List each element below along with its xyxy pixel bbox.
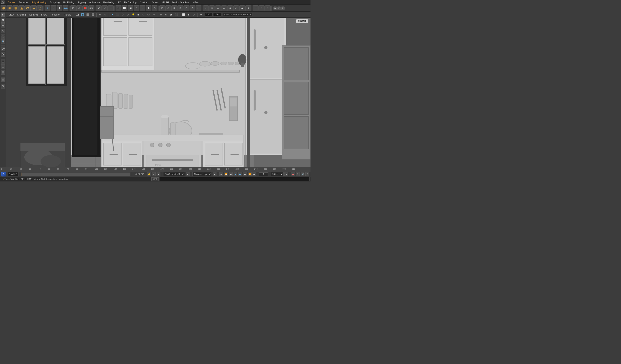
timeline-ruler[interactable]: 0102030405060708090100110120130140150160… [0,167,310,172]
menu-item-motion-graphics[interactable]: Motion Graphics [171,1,191,4]
camera-gamma-field[interactable] [213,13,221,17]
sphere-tool-btn[interactable] [1,5,6,11]
viewport[interactable]: View Shading Lighting Show Renderer Pane… [6,12,310,167]
current-frame-field[interactable] [259,172,268,176]
menu-item-xgen[interactable]: XGen [191,1,201,4]
vert-btn[interactable]: ◦ [140,5,145,11]
select-mode-btn[interactable]: W [274,6,277,10]
box2-btn[interactable]: □ [209,5,215,11]
menu-item-rigging[interactable]: Rigging [76,1,87,4]
menu-item-rendering[interactable]: Rendering [102,1,116,4]
smooth-btn[interactable]: ⊠ [172,5,177,11]
character-set-selector[interactable]: No Character Set [163,172,185,176]
text-tool-btn[interactable]: T [57,5,62,11]
menu-item-fx-caching[interactable]: FX Caching [122,1,138,4]
cube-tool-btn[interactable] [7,5,13,11]
gem-btn[interactable]: ◇ [215,5,221,11]
edge-btn[interactable]: ⬡ [134,5,139,11]
snap-tool-btn[interactable]: ⊕ [76,5,82,11]
grid-tool-btn[interactable]: ⊞ [70,5,76,11]
torus-tool-btn[interactable] [25,5,31,11]
fps-options-btn[interactable]: ▼ [284,172,288,176]
uvmap-btn[interactable]: ⬢ [146,5,151,11]
vp-hud-icon[interactable]: ⊡ [103,13,107,17]
uv-btn[interactable]: UV [1,47,5,51]
multi-select-btn[interactable]: ⬛ [116,5,121,11]
go-start-btn[interactable]: ⏮ [219,172,223,176]
vp-menu-view[interactable]: View [7,13,15,17]
step-back-btn[interactable]: ◀ [229,172,233,176]
play-back-btn[interactable]: ◀ [234,172,237,176]
vp-menu-shading[interactable]: Shading [16,13,27,17]
cone-tool-btn[interactable] [19,5,25,11]
scale-btn[interactable] [1,34,5,39]
diamond-btn[interactable]: ◈ [221,5,227,11]
boolean-btn[interactable]: ⊕ [165,5,171,11]
plane-tool-btn[interactable] [31,5,37,11]
fps-selector[interactable]: 24 fps [271,172,284,176]
go-end-btn[interactable]: ⏭ [253,172,256,176]
menu-item-fx[interactable]: FX [116,1,122,4]
vp-comp-mask[interactable]: ⬢ [187,13,191,17]
autokey-btn[interactable]: ⏺ [291,172,295,176]
soft-select-btn[interactable] [1,59,5,64]
rotate-mode-btn[interactable]: R [281,6,285,10]
vp-dof-toggle[interactable]: ⊚ [152,13,156,17]
settings-btn[interactable]: ⚙ [305,172,309,176]
sound-btn[interactable]: 🔊 [301,172,305,176]
vp-textured-icon[interactable] [91,13,95,17]
timeline-scrub-bar[interactable] [21,172,130,176]
cluster-btn[interactable]: ⬵ [265,5,271,11]
layer-btn[interactable] [1,70,5,75]
vp-wireframe-icon[interactable] [80,13,85,17]
rotate-tool-btn[interactable]: ↺ [96,5,102,11]
key-options-btn[interactable]: ▼ [152,172,156,176]
vp-subdiv-type[interactable]: ⬡ [126,13,130,17]
search-btn[interactable] [1,84,5,89]
vp-poly-type[interactable]: ⬛ [115,13,120,17]
cycle-check-btn[interactable]: ⟳ [296,172,300,176]
vp-menu-lighting[interactable]: Lighting [28,13,39,17]
vp-refresh-icon[interactable]: ↺ [199,13,203,17]
play-btn[interactable]: ▶ [238,172,242,176]
menu-item-poly-modeling[interactable]: Poly Modeling [30,1,48,4]
vp-menu-show[interactable]: Show [40,13,49,17]
menu-item-custom[interactable]: Custom [138,1,150,4]
cylinder-tool-btn[interactable] [13,5,18,11]
vp-obj-mask[interactable]: ⬜ [181,13,186,17]
sphere2-btn[interactable]: ○ [203,5,209,11]
rotate-left-btn[interactable] [1,29,5,33]
flip-tool-btn[interactable]: ⇄ [102,5,108,11]
show-manip-btn[interactable] [1,39,5,44]
vp-grid-icon[interactable]: ⊞ [98,13,102,17]
vp-film-gate[interactable]: ▣ [169,13,173,17]
star-tool-btn[interactable]: ✦ [45,5,50,11]
lattice-btn[interactable]: ⬳ [253,5,259,11]
mirror-btn[interactable]: ⊟ [159,5,165,11]
camera-exposure-field[interactable] [205,13,213,17]
deform-tool-btn[interactable]: ⌁ [108,5,114,11]
translate-mode-btn[interactable]: E [277,6,281,10]
vp-solid-icon[interactable] [86,13,90,17]
select-btn[interactable] [1,13,5,17]
vp-menu-renderer[interactable]: Renderer [49,13,62,17]
vp-paint-mask[interactable]: ⬡ [192,13,196,17]
step-back-key-btn[interactable]: ⏪ [224,172,228,176]
menu-item-mash[interactable]: MASH [160,1,171,4]
vp-shadow-toggle[interactable]: ◑ [136,13,140,17]
anim-layer-selector[interactable]: No Anim Layer [192,172,212,176]
pipe-btn[interactable]: ⬬ [239,5,245,11]
paint-btn[interactable]: ⬠ [152,5,157,11]
vp-menu-panels[interactable]: Panels [63,13,72,17]
gear2-btn[interactable]: ⚙ [245,5,251,11]
vp-isolate-select[interactable]: ⊟ [159,13,163,17]
step-forward-btn[interactable]: ▶ [243,172,247,176]
vp-lights-toggle[interactable]: 💡 [131,13,135,17]
svg-tool-btn[interactable]: SVG [63,5,68,11]
breakdown-btn[interactable]: ◆ [156,172,160,176]
vp-field-chart[interactable]: ⬛ [174,13,178,17]
component-btn[interactable]: ⬜ [122,5,127,11]
platonic-tool-btn[interactable] [37,5,43,11]
menu-item-uv-editing[interactable]: UV Editing [61,1,76,4]
vp-nurbs-type[interactable]: ⬠ [121,13,125,17]
